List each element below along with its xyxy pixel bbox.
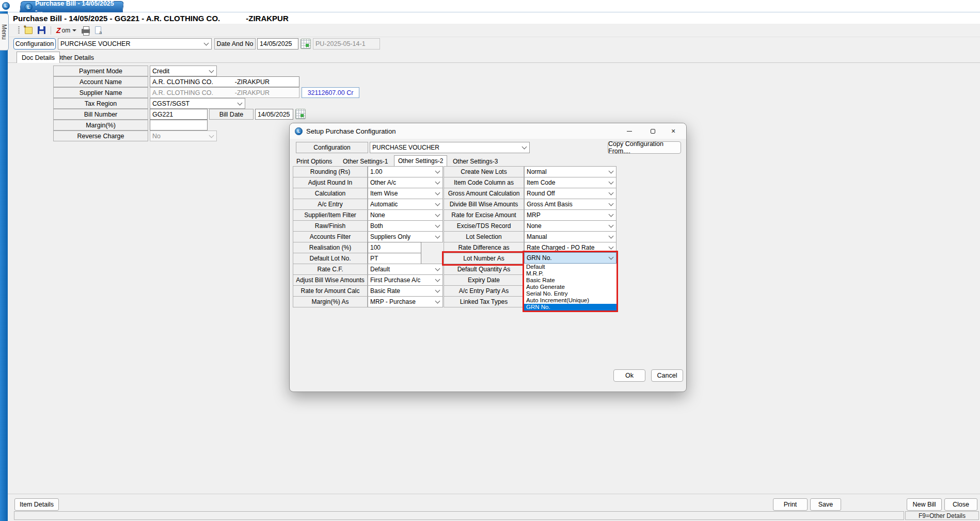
settings-row: Margin(%) As MRP - Purchase Linked Tax T… (290, 296, 686, 307)
ac-entry-dropdown[interactable]: Automatic (368, 199, 443, 210)
tax-region-dropdown[interactable]: CGST/SGST (150, 98, 245, 109)
supplier-name-input[interactable]: A.R. CLOTHING CO. -ZIRAKPUR (150, 87, 299, 98)
zoom-caret-icon (72, 29, 76, 31)
lot-number-as-label: Lot Number As (444, 253, 524, 264)
supplier-name-label: Supplier Name (53, 87, 148, 98)
dropdown-option-auto-generate[interactable]: Auto Generate (524, 284, 617, 290)
margin-as-dropdown[interactable]: MRP - Purchase (368, 296, 443, 307)
account-name-input[interactable]: A.R. CLOTHING CO. -ZIRAKPUR (150, 76, 299, 87)
expiry-date-label: Expiry Date (444, 274, 524, 286)
rate-cf-label: Rate C.F. (293, 264, 368, 275)
default-lot-no-input[interactable]: PT (368, 253, 421, 264)
form-row-bill-number: Bill Number GG221 Bill Date 14/05/2025 (53, 109, 306, 120)
gross-amount-calculation-dropdown[interactable]: Round Off (524, 188, 617, 199)
toolbar: Zom (8, 24, 980, 37)
chevron-down-icon (609, 223, 614, 228)
lot-selection-dropdown[interactable]: Manual (524, 231, 617, 242)
print-button[interactable]: Print (773, 498, 808, 511)
new-document-icon[interactable] (25, 27, 33, 34)
dropdown-option-grn-no[interactable]: GRN No. (524, 304, 617, 311)
save-button[interactable]: Save (810, 498, 841, 511)
maximize-button[interactable] (642, 123, 663, 139)
lot-number-as-combobox[interactable]: GRN No. (524, 252, 617, 264)
new-bill-button[interactable]: New Bill (907, 498, 942, 511)
rounding-dropdown[interactable]: 1.00 (368, 166, 443, 177)
rate-for-excise-amount-dropdown[interactable]: MRP (524, 209, 617, 221)
tab-other-settings-1[interactable]: Other Settings-1 (339, 157, 391, 166)
realisation-label: Realisation (%) (293, 242, 368, 253)
adjust-bill-wise-amounts-dropdown[interactable]: First Purchase A/c (368, 274, 443, 286)
dialog-title: Setup Purchase Configuration (306, 127, 396, 135)
linked-tax-types-label: Linked Tax Types (444, 296, 524, 307)
dropdown-option-default[interactable]: Default (524, 264, 617, 270)
calculation-dropdown[interactable]: Item Wise (368, 188, 443, 199)
account-name-label: Account Name (53, 76, 148, 87)
close-button[interactable]: × (663, 123, 684, 139)
bill-date-calendar-icon[interactable] (295, 109, 306, 119)
payment-mode-dropdown[interactable]: Credit (150, 66, 217, 76)
save-icon[interactable] (38, 26, 45, 34)
dialog-tabs: Print Options Other Settings-1 Other Set… (293, 156, 683, 166)
chevron-down-icon (209, 133, 214, 138)
close-bill-button[interactable]: Close (944, 498, 977, 511)
tab-other-settings-2[interactable]: Other Settings-2 (394, 155, 447, 166)
form-row-tax-region: Tax Region CGST/SGST (53, 98, 245, 109)
cancel-button[interactable]: Cancel (651, 369, 683, 382)
chevron-down-icon (609, 169, 614, 174)
divide-bill-wise-amounts-dropdown[interactable]: Gross Amt Basis (524, 199, 617, 210)
chevron-down-icon (609, 190, 614, 196)
chevron-down-icon (435, 212, 440, 217)
menu-tab-label: Menu (1, 24, 8, 40)
tab-other-settings-3[interactable]: Other Settings-3 (449, 157, 501, 166)
item-details-button[interactable]: Item Details (14, 498, 59, 511)
default-quantity-as-label: Default Quantity As (444, 264, 524, 275)
window-title-text: Purchase Bill - 14/05/2025 - GG221 - A.R… (13, 14, 289, 23)
realisation-input[interactable]: 100 (368, 242, 421, 253)
rate-cf-dropdown[interactable]: Default (368, 264, 443, 275)
configuration-button[interactable]: Configuration (13, 38, 56, 50)
tab-print-options[interactable]: Print Options (293, 157, 336, 166)
settings-row: Rate C.F. Default Default Quantity As (290, 264, 686, 275)
accounts-filter-dropdown[interactable]: Suppliers Only (368, 231, 443, 242)
create-new-lots-dropdown[interactable]: Normal (524, 166, 617, 177)
date-input[interactable]: 14/05/2025 (257, 38, 298, 50)
item-code-column-dropdown[interactable]: Item Code (524, 177, 617, 188)
dropdown-option-auto-increment[interactable]: Auto Increment(Unique) (524, 297, 617, 304)
bill-date-input[interactable]: 14/05/2025 (255, 109, 293, 120)
margin-input[interactable] (150, 120, 208, 131)
bill-number-input[interactable]: GG221 (150, 109, 208, 120)
chevron-down-icon (435, 169, 440, 174)
rate-for-amount-calc-dropdown[interactable]: Basic Rate (368, 285, 443, 297)
chevron-down-icon (435, 288, 440, 293)
dropdown-option-basic-rate[interactable]: Basic Rate (524, 277, 617, 284)
dropdown-option-mrp[interactable]: M.R.P. (524, 270, 617, 277)
copy-configuration-button[interactable]: Copy Configuration From.... (608, 141, 681, 154)
adjust-round-in-dropdown[interactable]: Other A/c (368, 177, 443, 188)
menu-tab[interactable]: Menu (0, 13, 9, 51)
chevron-down-icon (238, 100, 243, 105)
ok-button[interactable]: Ok (613, 369, 645, 382)
dropdown-option-serial-no-entry[interactable]: Serial No. Entry (524, 290, 617, 297)
date-and-no-label: Date And No (214, 38, 256, 50)
minimize-button[interactable] (619, 123, 640, 139)
configuration-select[interactable]: PURCHASE VOUCHER (58, 38, 212, 50)
calendar-icon[interactable] (301, 39, 311, 49)
reverse-charge-dropdown[interactable]: No (150, 131, 217, 141)
settings-row: Calculation Item Wise Gross Amount Calcu… (290, 188, 686, 199)
document-attach-icon[interactable] (95, 26, 101, 34)
rate-for-amount-calc-label: Rate for Amount Calc (293, 285, 368, 297)
print-icon[interactable] (82, 29, 90, 34)
settings-row: A/c Entry Automatic Divide Bill Wise Amo… (290, 199, 686, 210)
payment-mode-label: Payment Mode (53, 66, 148, 76)
document-tab-purchase-bill[interactable]: Purchase Bill - 14/05/2025 -... (20, 1, 124, 12)
lot-number-as-open-dropdown: GRN No. Default M.R.P. Basic Rate Auto G… (523, 251, 618, 312)
dialog-configuration-select[interactable]: PURCHASE VOUCHER (370, 142, 530, 153)
form-row-reverse-charge: Reverse Charge No (53, 131, 217, 141)
zoom-dropdown[interactable]: Zom (56, 26, 76, 35)
excise-tds-record-dropdown[interactable]: None (524, 220, 617, 232)
supplier-item-filter-dropdown[interactable]: None (368, 209, 443, 221)
default-lot-no-label: Default Lot No. (293, 253, 368, 264)
chevron-down-icon (609, 180, 614, 185)
tab-doc-details[interactable]: Doc Details (17, 52, 60, 63)
raw-finish-dropdown[interactable]: Both (368, 220, 443, 232)
